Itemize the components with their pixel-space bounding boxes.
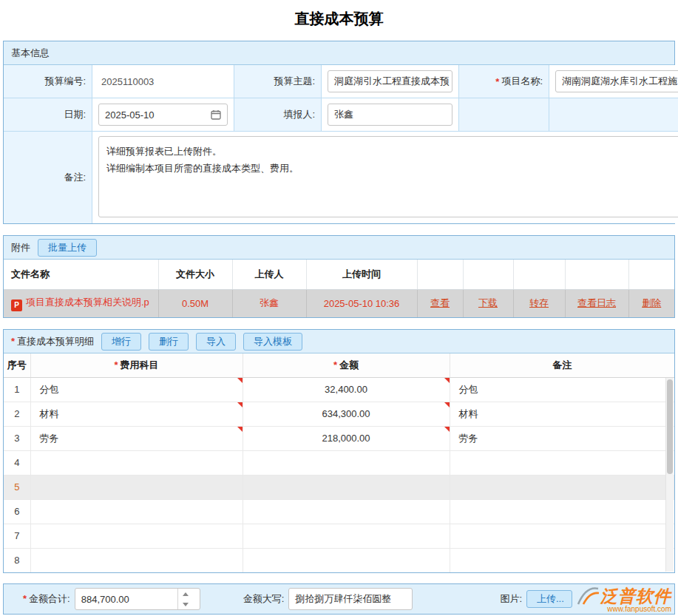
basic-info-section: 基本信息 预算编号: 2025110003 预算主题: 洞庭湖引水工程直接成本预… bbox=[3, 41, 675, 224]
amount-cell[interactable]: 218,000.00 bbox=[243, 426, 450, 450]
attachments-table: 文件名称 文件大小 上传人 上传时间 P项目直接成本预算相关说明.p 0.50M… bbox=[4, 260, 674, 317]
amount-cell[interactable] bbox=[243, 548, 450, 572]
col-action-4 bbox=[565, 260, 628, 289]
scrollbar-thumb[interactable] bbox=[667, 379, 673, 474]
subject-input[interactable]: 洞庭湖引水工程直接成本预 bbox=[328, 70, 452, 92]
subject-cell[interactable] bbox=[30, 524, 243, 548]
attachments-header-row: 文件名称 文件大小 上传人 上传时间 bbox=[4, 260, 674, 289]
budget-no-value: 2025110003 bbox=[98, 76, 154, 87]
col-action-2 bbox=[463, 260, 513, 289]
batch-upload-button[interactable]: 批量上传 bbox=[38, 239, 97, 257]
remark-cell[interactable] bbox=[450, 475, 674, 499]
subject-cell[interactable] bbox=[30, 548, 243, 572]
attachments-header: 附件 批量上传 bbox=[4, 236, 674, 260]
reporter-input[interactable]: 张鑫 bbox=[328, 104, 452, 126]
attachments-title: 附件 bbox=[11, 241, 30, 254]
remark-textarea[interactable]: 详细预算报表已上传附件。 详细编制本项目所需的直接成本类型、费用。 bbox=[98, 136, 678, 217]
reporter-cell: 张鑫 bbox=[322, 98, 459, 132]
detail-title-wrap: *直接成本预算明细 bbox=[11, 335, 94, 348]
date-input[interactable]: 2025-05-10 bbox=[98, 104, 228, 126]
empty-value-cell bbox=[549, 98, 678, 132]
basic-info-title: 基本信息 bbox=[11, 47, 50, 60]
subject-cell[interactable]: 分包 bbox=[30, 377, 243, 402]
subject-cell[interactable]: 材料 bbox=[30, 402, 243, 426]
required-corner-marker bbox=[237, 402, 243, 407]
stepper-up-button[interactable] bbox=[178, 589, 194, 599]
detail-row: 2 材料 634,300.00 材料 bbox=[4, 402, 674, 426]
subject-cell[interactable] bbox=[30, 475, 243, 499]
remark-cell[interactable] bbox=[450, 524, 674, 548]
pdf-file-icon: P bbox=[11, 299, 22, 311]
col-no-header: 序号 bbox=[4, 353, 30, 377]
logo-text: 泛普软件 bbox=[600, 588, 671, 605]
col-remark-header: 备注 bbox=[450, 353, 674, 377]
remark-cell[interactable]: 劳务 bbox=[450, 426, 674, 450]
import-template-button[interactable]: 导入模板 bbox=[243, 333, 302, 351]
subject-cell[interactable]: 劳务 bbox=[30, 426, 243, 450]
detail-row: 1 分包 32,400.00 分包 bbox=[4, 377, 674, 402]
image-upload-button[interactable]: 上传... bbox=[526, 590, 572, 608]
detail-row: 3 劳务 218,000.00 劳务 bbox=[4, 426, 674, 450]
amount-cell[interactable] bbox=[243, 450, 450, 475]
amount-cell[interactable] bbox=[243, 499, 450, 524]
remark-cell[interactable]: 分包 bbox=[450, 377, 674, 402]
date-cell: 2025-05-10 bbox=[92, 98, 234, 132]
subject-label: 预算主题: bbox=[234, 65, 322, 98]
project-name-label: *项目名称: bbox=[459, 65, 549, 98]
vertical-scrollbar[interactable] bbox=[665, 378, 674, 572]
project-name-input[interactable]: 湖南洞庭湖水库引水工程施 bbox=[555, 70, 678, 92]
image-label: 图片: bbox=[500, 592, 522, 606]
total-amount-input[interactable]: 884,700.00 bbox=[75, 588, 200, 610]
col-amount-header: *金额 bbox=[243, 353, 450, 377]
attachments-section: 附件 批量上传 文件名称 文件大小 上传人 上传时间 P项目直接成本 bbox=[3, 235, 675, 318]
detail-row: 8 bbox=[4, 548, 674, 572]
calendar-icon[interactable] bbox=[211, 109, 221, 120]
required-corner-marker bbox=[237, 378, 243, 383]
col-action-5 bbox=[628, 260, 674, 289]
logo-icon bbox=[574, 586, 600, 605]
remark-cell[interactable]: 材料 bbox=[450, 402, 674, 426]
detail-section: *直接成本预算明细 增行 删行 导入 导入模板 序号 *费用科目 *金额 备注 … bbox=[3, 329, 675, 573]
amount-cell[interactable]: 634,300.00 bbox=[243, 402, 450, 426]
download-link[interactable]: 下载 bbox=[478, 297, 498, 308]
view-link[interactable]: 查看 bbox=[430, 297, 450, 308]
col-action-1 bbox=[417, 260, 463, 289]
remark-label: 备注: bbox=[4, 132, 92, 223]
view-log-link[interactable]: 查看日志 bbox=[577, 297, 616, 308]
required-corner-marker bbox=[444, 402, 450, 407]
attachment-uploader: 张鑫 bbox=[232, 289, 306, 317]
import-button[interactable]: 导入 bbox=[196, 333, 236, 351]
attachment-file-cell: P项目直接成本预算相关说明.p bbox=[4, 289, 158, 317]
remark-cell: 详细预算报表已上传附件。 详细编制本项目所需的直接成本类型、费用。 bbox=[92, 132, 678, 223]
add-row-button[interactable]: 增行 bbox=[101, 333, 141, 351]
amount-cell[interactable] bbox=[243, 524, 450, 548]
subject-cell[interactable] bbox=[30, 499, 243, 524]
amount-cell[interactable] bbox=[243, 475, 450, 499]
col-action-3 bbox=[513, 260, 565, 289]
attachment-file-link[interactable]: 项目直接成本预算相关说明.p bbox=[26, 297, 149, 308]
amount-caps-label: 金额大写: bbox=[243, 592, 285, 606]
detail-header: *直接成本预算明细 增行 删行 导入 导入模板 bbox=[4, 330, 674, 353]
attachment-file-size: 0.50M bbox=[158, 289, 232, 317]
delete-link[interactable]: 删除 bbox=[642, 297, 661, 308]
required-asterisk: * bbox=[11, 336, 15, 347]
date-label: 日期: bbox=[4, 98, 92, 132]
budget-no-cell: 2025110003 bbox=[92, 65, 234, 98]
amount-cell[interactable]: 32,400.00 bbox=[243, 377, 450, 402]
remark-cell[interactable] bbox=[450, 548, 674, 572]
delete-row-button[interactable]: 删行 bbox=[149, 333, 189, 351]
amount-caps-input[interactable]: 捌拾捌万肆仟柒佰圆整 bbox=[288, 588, 413, 610]
up-arrow-icon bbox=[183, 592, 189, 596]
detail-row-selected: 5 bbox=[4, 475, 674, 499]
attachment-row: P项目直接成本预算相关说明.p 0.50M 张鑫 2025-05-10 10:3… bbox=[4, 289, 674, 317]
col-uploader: 上传人 bbox=[232, 260, 306, 289]
subject-cell[interactable] bbox=[30, 450, 243, 475]
logo-url: www.fanpusoft.com bbox=[574, 606, 671, 613]
detail-row: 4 bbox=[4, 450, 674, 475]
remark-cell[interactable] bbox=[450, 450, 674, 475]
remark-cell[interactable] bbox=[450, 499, 674, 524]
required-corner-marker bbox=[444, 378, 450, 383]
stepper-down-button[interactable] bbox=[178, 599, 194, 609]
detail-table-body: 序号 *费用科目 *金额 备注 1 分包 32,400.00 分包 2 材料 6… bbox=[4, 353, 674, 572]
save-as-link[interactable]: 转存 bbox=[529, 297, 549, 308]
